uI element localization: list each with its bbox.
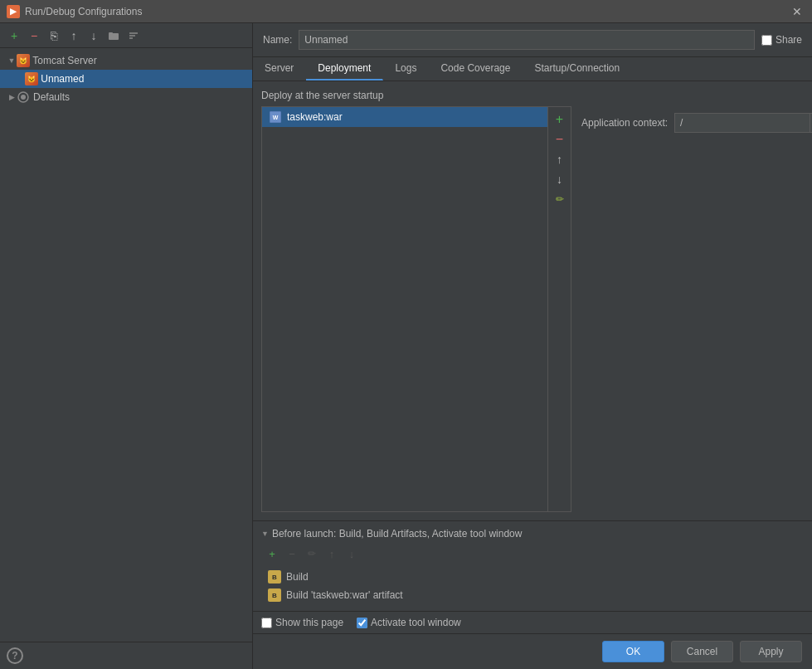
title-bar-left: ▶ Run/Debug Configurations <box>7 5 142 18</box>
artifact-label: taskweb:war <box>287 111 343 123</box>
move-artifact-up-button[interactable]: ↑ <box>551 150 569 168</box>
share-row: Share <box>761 34 802 46</box>
move-task-up-button[interactable]: ↑ <box>323 544 341 563</box>
remove-artifact-button[interactable]: − <box>551 130 569 149</box>
build-icon: B <box>268 570 281 584</box>
main-layout: + − ⎘ ↑ ↓ ▼ <box>0 23 812 669</box>
edit-artifact-button[interactable]: ✏ <box>551 190 569 208</box>
remove-task-button[interactable]: − <box>283 544 301 563</box>
context-row: Application context: ▼ <box>581 113 794 133</box>
collapse-arrow: ▼ <box>7 56 17 65</box>
activate-tool-label[interactable]: Activate tool window <box>371 617 461 628</box>
move-down-button[interactable]: ↓ <box>85 27 103 45</box>
dialog-title: Run/Debug Configurations <box>25 6 142 17</box>
deploy-section-label: Deploy at the server startup <box>261 90 804 101</box>
context-area: Application context: ▼ <box>571 106 804 512</box>
bottom-bar: OK Cancel Apply <box>253 633 812 669</box>
left-toolbar: + − ⎘ ↑ ↓ <box>0 23 252 48</box>
left-panel: + − ⎘ ↑ ↓ ▼ <box>0 23 253 669</box>
show-page-label[interactable]: Show this page <box>275 617 343 628</box>
tab-server[interactable]: Server <box>253 57 306 81</box>
move-artifact-down-button[interactable]: ↓ <box>551 170 569 188</box>
copy-config-button[interactable]: ⎘ <box>45 27 63 45</box>
artifact-panel: W taskweb:war + − ↑ ↓ ✏ <box>261 106 571 512</box>
cancel-button[interactable]: Cancel <box>671 641 733 662</box>
checkboxes-row: Show this page Activate tool window <box>253 611 812 633</box>
before-launch-toolbar: + − ✏ ↑ ↓ <box>261 544 804 563</box>
name-row: Name: Share <box>253 23 812 57</box>
help-button[interactable]: ? <box>7 647 23 664</box>
artifact-toolbar: + − ↑ ↓ ✏ <box>547 107 571 511</box>
tab-deployment[interactable]: Deployment <box>306 57 383 81</box>
name-input[interactable] <box>299 30 755 50</box>
tomcat-icon: 🐱 <box>17 54 30 67</box>
move-up-button[interactable]: ↑ <box>65 27 83 45</box>
config-tree: ▼ 🐱 Tomcat Server 🐱 Unnamed ▶ Defaults <box>0 48 252 642</box>
show-page-checkbox[interactable] <box>261 618 272 628</box>
tree-item-unnamed[interactable]: 🐱 Unnamed <box>0 70 252 88</box>
left-bottom: ? <box>0 642 252 669</box>
add-artifact-button[interactable]: + <box>551 110 569 129</box>
show-page-checkbox-item: Show this page <box>261 617 343 628</box>
artifact-build-icon: B <box>268 588 281 602</box>
add-config-button[interactable]: + <box>5 27 23 45</box>
move-task-down-button[interactable]: ↓ <box>343 544 361 563</box>
tab-coverage[interactable]: Code Coverage <box>429 57 523 81</box>
close-button[interactable]: ✕ <box>789 3 805 20</box>
svg-rect-1 <box>109 32 113 34</box>
share-label[interactable]: Share <box>776 34 802 46</box>
tree-group-label: Tomcat Server <box>32 55 96 66</box>
apply-button[interactable]: Apply <box>740 641 802 662</box>
edit-task-button[interactable]: ✏ <box>303 544 321 563</box>
remove-config-button[interactable]: − <box>25 27 43 45</box>
artifact-item-taskweb[interactable]: W taskweb:war <box>262 107 547 127</box>
context-label: Application context: <box>581 117 668 129</box>
war-icon: W <box>269 110 282 124</box>
config-label: Unnamed <box>41 73 84 85</box>
defaults-icon <box>17 90 30 104</box>
bl-item-build-label: Build <box>286 571 309 583</box>
content-area: Deploy at the server startup W taskweb:w… <box>253 81 812 669</box>
title-bar: ▶ Run/Debug Configurations ✕ <box>0 0 812 23</box>
defaults-arrow: ▶ <box>7 93 17 101</box>
move-to-folder-button[interactable] <box>105 27 123 45</box>
config-icon: 🐱 <box>25 72 38 85</box>
deployment-section: Deploy at the server startup W taskweb:w… <box>253 81 812 520</box>
name-label: Name: <box>263 34 292 46</box>
before-launch-collapse[interactable]: ▼ <box>261 530 269 538</box>
tree-item-defaults[interactable]: ▶ Defaults <box>0 88 252 106</box>
tab-startup[interactable]: Startup/Connection <box>523 57 632 81</box>
share-checkbox[interactable] <box>761 35 772 46</box>
context-input[interactable] <box>674 113 810 133</box>
tree-group-tomcat[interactable]: ▼ 🐱 Tomcat Server <box>0 51 252 70</box>
svg-rect-0 <box>109 33 119 40</box>
right-panel: Name: Share Server Deployment Logs Code … <box>253 23 812 669</box>
app-icon: ▶ <box>7 5 20 18</box>
tabs-bar: Server Deployment Logs Code Coverage Sta… <box>253 57 812 81</box>
context-input-wrap: ▼ <box>674 113 812 133</box>
before-launch-title: Before launch: Build, Build Artifacts, A… <box>272 528 523 540</box>
bl-item-artifact-label: Build 'taskweb:war' artifact <box>286 589 403 601</box>
before-launch-list: B Build B Build 'taskweb:war' artifact <box>261 568 804 604</box>
bl-item-artifact: B Build 'taskweb:war' artifact <box>265 586 804 604</box>
defaults-label: Defaults <box>33 91 70 103</box>
before-launch-section: ▼ Before launch: Build, Build Artifacts,… <box>253 520 812 611</box>
activate-tool-checkbox[interactable] <box>357 618 367 628</box>
ok-button[interactable]: OK <box>602 641 664 662</box>
bl-item-build: B Build <box>265 568 804 586</box>
artifact-list: W taskweb:war <box>262 107 547 511</box>
sort-button[interactable] <box>124 27 143 45</box>
activate-tool-checkbox-item: Activate tool window <box>357 617 461 628</box>
before-launch-header: ▼ Before launch: Build, Build Artifacts,… <box>261 528 804 540</box>
deploy-area: W taskweb:war + − ↑ ↓ ✏ <box>261 106 804 512</box>
add-task-button[interactable]: + <box>263 544 281 563</box>
tab-logs[interactable]: Logs <box>383 57 429 81</box>
svg-point-6 <box>21 95 26 100</box>
